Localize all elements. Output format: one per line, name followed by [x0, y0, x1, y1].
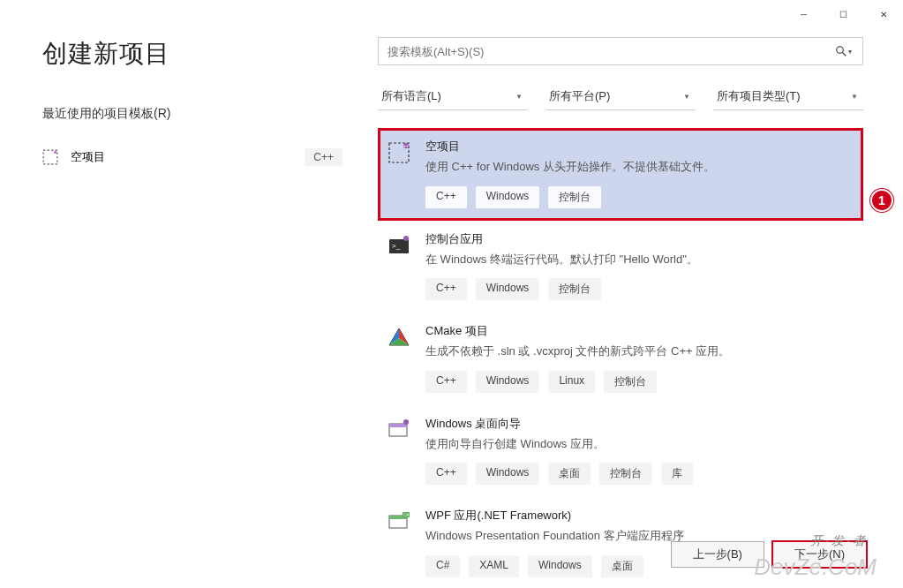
tag: Windows: [476, 278, 540, 300]
desktop-wizard-icon: [387, 418, 411, 442]
tag: Windows: [476, 186, 540, 208]
template-item-console[interactable]: >_ 控制台应用 在 Windows 终端运行代码。默认打印 "Hello Wo…: [378, 221, 863, 313]
page-title: 创建新项目: [42, 37, 342, 71]
left-panel: 创建新项目 最近使用的项目模板(R) 空项目 C++: [42, 37, 342, 588]
tag: Windows: [528, 555, 592, 577]
cmake-icon: [387, 325, 411, 350]
tag: 桌面: [601, 555, 643, 577]
main-content: 创建新项目 最近使用的项目模板(R) 空项目 C++ ▾ 所有语言(L)▼ 所有…: [0, 28, 903, 588]
filter-language[interactable]: 所有语言(L)▼: [378, 85, 528, 110]
template-tags: C++ Windows 桌面 控制台 库: [425, 463, 851, 485]
filter-row: 所有语言(L)▼ 所有平台(P)▼ 所有项目类型(T)▼: [378, 85, 863, 110]
tag: 控制台: [599, 463, 652, 485]
close-button[interactable]: ✕: [863, 1, 903, 27]
recent-item-tag: C++: [305, 148, 342, 166]
svg-text:++: ++: [403, 143, 409, 148]
filter-platform[interactable]: 所有平台(P)▼: [546, 85, 696, 110]
template-title: CMake 项目: [425, 323, 851, 339]
search-box[interactable]: ▾: [378, 37, 863, 65]
tag: Windows: [476, 371, 540, 393]
template-item-desktop-wizard[interactable]: Windows 桌面向导 使用向导自行创建 Windows 应用。 C++ Wi…: [378, 405, 863, 498]
empty-project-icon: ++: [387, 140, 411, 165]
template-list: ++ 空项目 使用 C++ for Windows 从头开始操作。不提供基础文件…: [378, 128, 863, 588]
search-icon: [836, 46, 847, 57]
titlebar: ─ ☐ ✕: [0, 0, 903, 28]
template-desc: 在 Windows 终端运行代码。默认打印 "Hello World"。: [425, 251, 851, 268]
wpf-icon: C#: [387, 509, 411, 534]
svg-point-2: [837, 47, 844, 54]
tag: Windows: [476, 463, 540, 485]
tag: XAML: [469, 555, 519, 577]
recent-template-item[interactable]: 空项目 C++: [42, 148, 342, 166]
template-desc: 使用 C++ for Windows 从头开始操作。不提供基础文件。: [425, 158, 851, 176]
tag: C#: [425, 555, 460, 577]
template-desc: 使用向导自行创建 Windows 应用。: [425, 435, 851, 453]
annotation-callout: 1: [870, 189, 893, 212]
template-tags: C++ Windows Linux 控制台: [425, 371, 851, 393]
footer-buttons: 上一步(B) 下一步(N): [671, 540, 868, 569]
tag: 控制台: [548, 186, 601, 208]
back-button[interactable]: 上一步(B): [671, 541, 764, 568]
maximize-button[interactable]: ☐: [824, 1, 863, 27]
search-button[interactable]: ▾: [824, 38, 862, 64]
template-tags: C++ Windows 控制台: [425, 278, 851, 300]
recent-heading: 最近使用的项目模板(R): [42, 106, 342, 122]
tag: C++: [425, 186, 467, 208]
template-item-cmake[interactable]: CMake 项目 生成不依赖于 .sln 或 .vcxproj 文件的新式跨平台…: [378, 313, 863, 405]
chevron-down-icon: ▼: [851, 93, 858, 101]
svg-point-16: [403, 419, 409, 425]
template-item-empty[interactable]: ++ 空项目 使用 C++ for Windows 从头开始操作。不提供基础文件…: [378, 128, 863, 221]
tag: Linux: [548, 371, 595, 393]
tag: C++: [425, 278, 467, 300]
recent-item-label: 空项目: [71, 149, 292, 165]
template-tags: C++ Windows 控制台: [425, 186, 851, 208]
template-title: WPF 应用(.NET Framework): [425, 508, 851, 524]
minimize-button[interactable]: ─: [784, 1, 824, 27]
svg-line-3: [843, 53, 847, 57]
svg-text:C#: C#: [403, 512, 410, 517]
svg-rect-15: [389, 424, 407, 427]
empty-project-icon: [42, 149, 58, 165]
svg-point-9: [403, 236, 409, 241]
chevron-down-icon: ▼: [683, 93, 690, 101]
search-input[interactable]: [379, 45, 824, 58]
chevron-down-icon: ▼: [515, 93, 523, 101]
template-desc: 生成不依赖于 .sln 或 .vcxproj 文件的新式跨平台 C++ 应用。: [425, 343, 851, 360]
tag: 控制台: [548, 278, 601, 300]
right-panel: ▾ 所有语言(L)▼ 所有平台(P)▼ 所有项目类型(T)▼ ++ 空项目 使用…: [378, 37, 863, 588]
tag: C++: [425, 463, 467, 485]
filter-project-type[interactable]: 所有项目类型(T)▼: [713, 85, 863, 110]
next-button[interactable]: 下一步(N): [771, 540, 868, 569]
template-title: 控制台应用: [425, 231, 851, 247]
tag: 控制台: [604, 371, 657, 393]
svg-point-1: [54, 151, 56, 154]
tag: 桌面: [548, 463, 591, 485]
tag: 库: [661, 463, 693, 485]
template-title: Windows 桌面向导: [425, 416, 851, 432]
console-app-icon: >_: [387, 233, 411, 258]
template-title: 空项目: [425, 139, 851, 155]
tag: C++: [425, 371, 467, 393]
svg-text:>_: >_: [392, 242, 401, 250]
